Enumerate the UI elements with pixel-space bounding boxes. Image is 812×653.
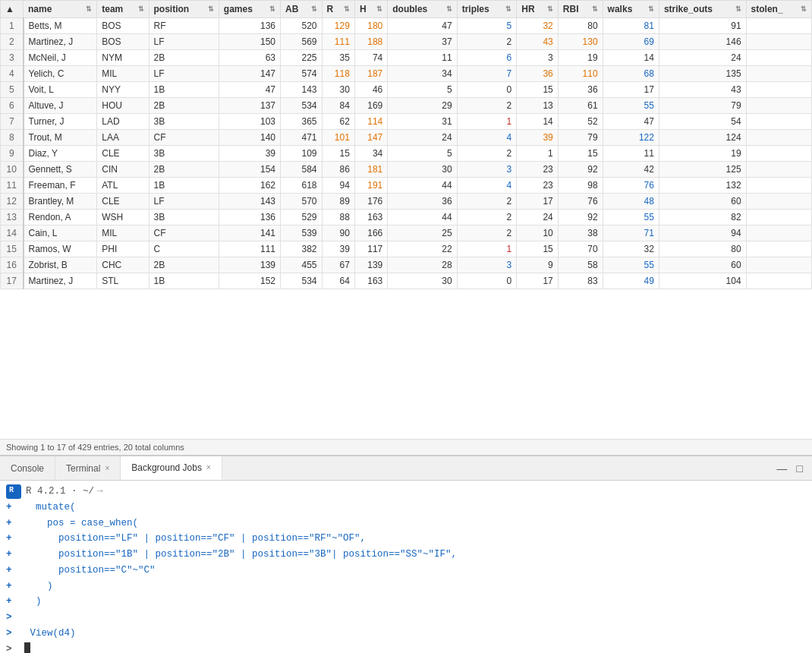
col-header-HR[interactable]: HR⇅ <box>517 1 559 18</box>
cell-games: 39 <box>219 146 280 162</box>
cell-triples: 2 <box>457 210 517 226</box>
col-header-name[interactable]: name⇅ <box>24 1 97 18</box>
data-table: ▲name⇅team⇅position⇅games⇅AB⇅R⇅H⇅doubles… <box>0 0 812 289</box>
col-header-R[interactable]: R⇅ <box>322 1 354 18</box>
cell-walks: 55 <box>603 98 659 114</box>
col-header-doubles[interactable]: doubles⇅ <box>388 1 457 18</box>
table-row[interactable]: 7Turner, JLAD3B1033656211431114524754 <box>1 114 812 130</box>
cell-HR: 39 <box>517 130 559 146</box>
col-header-strike_outs[interactable]: strike_outs⇅ <box>659 1 746 18</box>
cell-H: 166 <box>354 226 387 241</box>
col-header-team[interactable]: team⇅ <box>97 1 149 18</box>
cell-RBI: 130 <box>558 34 603 50</box>
table-row[interactable]: 13Rendon, AWSH3B1365298816344224925582 <box>1 210 812 226</box>
r-icon: R <box>6 484 21 499</box>
col-header-walks[interactable]: walks⇅ <box>603 1 659 18</box>
table-row[interactable]: 4Yelich, CMILLF1475741181873473611068135 <box>1 66 812 82</box>
cell-triples: 1 <box>457 241 517 257</box>
cell-H: 187 <box>354 66 387 82</box>
cell-RBI: 15 <box>558 146 603 162</box>
console-tab-console[interactable]: Console <box>0 456 55 480</box>
cell-team: BOS <box>97 34 149 50</box>
table-row[interactable]: 17Martinez, JSTL1B1525346416330017834910… <box>1 273 812 289</box>
table-row[interactable]: 3McNeil, JNYM2B6322535741163191424 <box>1 50 812 66</box>
console-code: position=="1B" | position=="2B" | positi… <box>24 547 457 562</box>
cell-stolen_ <box>746 34 811 50</box>
cell-HR: 24 <box>517 210 559 226</box>
cell-H: 147 <box>354 130 387 146</box>
maximize-button[interactable]: □ <box>794 461 806 476</box>
cell-H: 46 <box>354 82 387 98</box>
table-container[interactable]: ▲name⇅team⇅position⇅games⇅AB⇅R⇅H⇅doubles… <box>0 0 812 439</box>
cell-rownum: 15 <box>1 241 24 257</box>
table-row[interactable]: 14Cain, LMILCF1415399016625210387194 <box>1 226 812 241</box>
cell-stolen_ <box>746 18 811 34</box>
cell-RBI: 61 <box>558 98 603 114</box>
cell-name: Martinez, J <box>24 34 97 50</box>
tab-label: Background Jobs <box>131 462 202 473</box>
table-row[interactable]: 2Martinez, JBOSLF15056911118837243130691… <box>1 34 812 50</box>
table-row[interactable]: 10Gennett, SCIN2B15458486181303239242125 <box>1 162 812 178</box>
table-row[interactable]: 6Altuve, JHOU2B1375348416929213615579 <box>1 98 812 114</box>
cell-strike_outs: 60 <box>659 194 746 210</box>
cell-R: 86 <box>322 162 354 178</box>
col-header-triples[interactable]: triples⇅ <box>457 1 517 18</box>
table-row[interactable]: 8Trout, MLAACF1404711011472443979122124 <box>1 130 812 146</box>
cell-games: 143 <box>219 194 280 210</box>
console-tab-terminal[interactable]: Terminal× <box>55 456 121 480</box>
cell-strike_outs: 43 <box>659 82 746 98</box>
cell-triples: 0 <box>457 82 517 98</box>
cell-triples: 2 <box>457 98 517 114</box>
cursor-prompt: > <box>6 642 21 654</box>
cell-walks: 47 <box>603 114 659 130</box>
cell-games: 103 <box>219 114 280 130</box>
cell-R: 101 <box>322 130 354 146</box>
tab-close-icon[interactable]: × <box>105 464 109 472</box>
cell-doubles: 24 <box>388 130 457 146</box>
console-code: position=="LF" | position=="CF" | positi… <box>24 532 366 546</box>
col-header-position[interactable]: position⇅ <box>149 1 219 18</box>
cell-position: LF <box>149 66 219 82</box>
cell-games: 63 <box>219 50 280 66</box>
cell-H: 188 <box>354 34 387 50</box>
cell-R: 94 <box>322 178 354 194</box>
cell-HR: 17 <box>517 273 559 289</box>
cell-R: 111 <box>322 34 354 50</box>
cell-games: 47 <box>219 82 280 98</box>
cell-triples: 5 <box>457 18 517 34</box>
table-row[interactable]: 11Freeman, FATL1B16261894191444239876132 <box>1 178 812 194</box>
cell-doubles: 22 <box>388 241 457 257</box>
table-row[interactable]: 16Zobrist, BCHC2B139455671392839585560 <box>1 257 812 273</box>
cell-R: 62 <box>322 114 354 130</box>
table-row[interactable]: 12Brantley, MCLELF1435708917636217764860 <box>1 194 812 210</box>
cell-walks: 49 <box>603 273 659 289</box>
tab-close-icon[interactable]: × <box>206 463 211 472</box>
console-prompt: + <box>6 516 21 531</box>
cell-H: 180 <box>354 18 387 34</box>
cell-RBI: 92 <box>558 162 603 178</box>
cell-team: BOS <box>97 18 149 34</box>
cell-AB: 143 <box>280 82 322 98</box>
col-header-stolen_[interactable]: stolen_⇅ <box>746 1 811 18</box>
col-header-games[interactable]: games⇅ <box>219 1 280 18</box>
cell-HR: 32 <box>517 18 559 34</box>
table-row[interactable]: 9Diaz, YCLE3B391091534521151119 <box>1 146 812 162</box>
cell-position: 1B <box>149 178 219 194</box>
cell-RBI: 83 <box>558 273 603 289</box>
cell-team: CLE <box>97 146 149 162</box>
cell-doubles: 47 <box>388 18 457 34</box>
table-row[interactable]: 1Betts, MBOSRF13652012918047532808191 <box>1 18 812 34</box>
cell-rownum: 3 <box>1 50 24 66</box>
cell-name: Zobrist, B <box>24 257 97 273</box>
col-header-AB[interactable]: AB⇅ <box>280 1 322 18</box>
cell-walks: 71 <box>603 226 659 241</box>
cell-rownum: 2 <box>1 34 24 50</box>
col-header-H[interactable]: H⇅ <box>354 1 387 18</box>
console-tab-background-jobs[interactable]: Background Jobs× <box>121 456 222 480</box>
table-row[interactable]: 5Voit, LNYY1B4714330465015361743 <box>1 82 812 98</box>
minimize-button[interactable]: — <box>774 461 791 476</box>
col-header-rownum[interactable]: ▲ <box>1 1 24 18</box>
col-header-RBI[interactable]: RBI⇅ <box>558 1 603 18</box>
cell-walks: 68 <box>603 66 659 82</box>
table-row[interactable]: 15Ramos, WPHIC1113823911722115703280 <box>1 241 812 257</box>
